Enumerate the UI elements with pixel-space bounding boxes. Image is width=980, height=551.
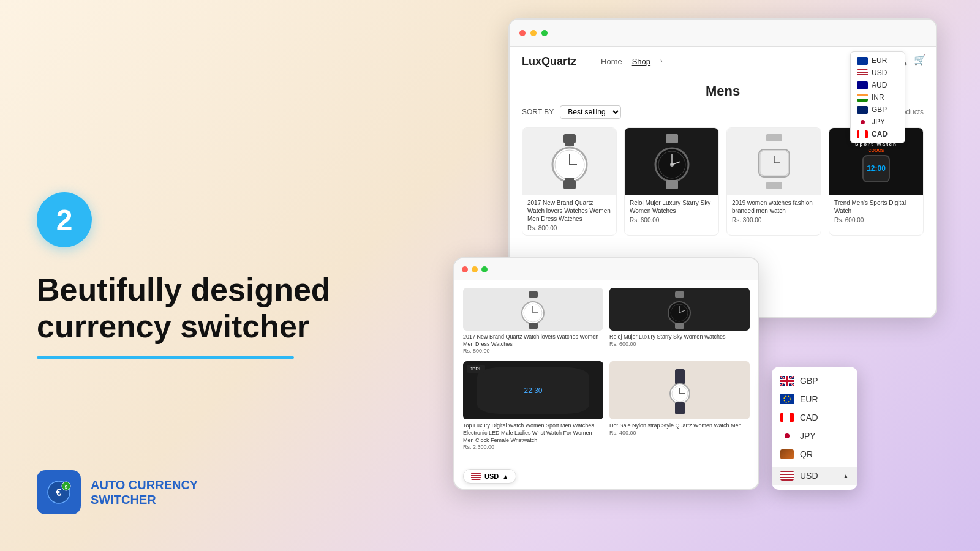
flag-us (857, 69, 868, 77)
heading-underline (37, 356, 294, 359)
step-circle: 2 (37, 192, 92, 247)
product-img-2 (625, 128, 718, 195)
nav-shop[interactable]: Shop (632, 57, 650, 66)
svg-rect-42 (675, 402, 685, 414)
popup-qr-label: QR (800, 449, 813, 459)
sec-product-3[interactable]: JBRL 22:30 Top Luxury Digital Watch Wome… (463, 361, 603, 450)
sec-product-name-3: Top Luxury Digital Watch Women Sport Men… (463, 422, 603, 444)
sec-product-price-1: Rs. 800.00 (463, 348, 603, 354)
bottom-logo: € $ AUTO CURRENCY SWITCHER (37, 470, 198, 514)
popup-currency-jpy[interactable]: JPY (772, 427, 858, 445)
sec-nav-dot-close (462, 266, 468, 272)
svg-text:€: € (56, 487, 62, 498)
secondary-top-products: 2017 New Brand Quartz Watch lovers Watch… (463, 288, 750, 354)
svg-rect-10 (565, 141, 574, 146)
products-grid: 2017 New Brand Quartz Watch lovers Watch… (522, 127, 924, 236)
product-img-3 (727, 128, 821, 195)
product-name-4: Trend Men's Sports Digital Watch (834, 199, 918, 215)
sec-product-img-4 (609, 361, 750, 419)
secondary-bottom-products: JBRL 22:30 Top Luxury Digital Watch Wome… (463, 361, 750, 450)
sec-product-1[interactable]: 2017 New Brand Quartz Watch lovers Watch… (463, 288, 603, 354)
product-img-1 (522, 128, 616, 195)
brand-name: AUTO CURRENCY SWITCHER (91, 478, 198, 507)
currency-switcher-logo-svg: € $ (45, 479, 72, 506)
product-price-3: Rs. 300.00 (732, 217, 816, 223)
popup-currency-gbp[interactable]: GBP (772, 372, 858, 390)
flag-us-bar (471, 473, 481, 480)
shop-nav: Home Shop › (601, 57, 663, 66)
currency-usd[interactable]: USD (851, 67, 905, 79)
strap-watch-svg (662, 366, 698, 415)
svg-rect-31 (675, 291, 684, 298)
product-info-3: 2019 women watches fashion branded men w… (727, 195, 821, 227)
popup-cad-label: CAD (800, 413, 818, 422)
currency-bar-code: USD (484, 473, 499, 480)
nav-home[interactable]: Home (601, 57, 622, 66)
sec-product-4[interactable]: Hot Sale Nylon strap Style Quartz Women … (609, 361, 750, 450)
nav-dot-maximize (541, 30, 548, 36)
currency-switcher-popup[interactable]: GBP EUR CAD JPY QR USD ▲ (772, 367, 858, 490)
sec-product-2[interactable]: Reloj Mujer Luxury Starry Sky Women Watc… (609, 288, 750, 354)
popup-flag-gb (780, 376, 794, 386)
product-card-3[interactable]: 2019 women watches fashion branded men w… (726, 127, 821, 236)
sec-product-img-3: JBRL 22:30 (463, 361, 603, 419)
sort-select[interactable]: Best selling (560, 105, 621, 119)
currency-jpy[interactable]: JPY (851, 116, 905, 128)
currency-inr[interactable]: INR (851, 91, 905, 103)
svg-rect-48 (780, 394, 794, 404)
currency-cad[interactable]: CAD (851, 128, 905, 140)
flag-ca (857, 130, 868, 138)
product-name-2: Reloj Mujer Luxury Starry Sky Women Watc… (630, 199, 714, 215)
currency-bar[interactable]: USD ▲ (463, 469, 516, 484)
nav-chevron: › (660, 57, 663, 66)
currency-gbp[interactable]: GBP (851, 103, 905, 116)
popup-usd-active-icon: ▲ (843, 473, 849, 479)
popup-currency-usd[interactable]: USD ▲ (772, 467, 858, 485)
currency-eur[interactable]: EUR (851, 54, 905, 67)
product-name-1: 2017 New Brand Quartz Watch lovers Watch… (527, 199, 611, 223)
heading-line2: currency switcher (37, 309, 309, 344)
product-name-3: 2019 women watches fashion branded men w… (732, 199, 816, 215)
product-price-1: Rs. 800.00 (527, 225, 611, 231)
cart-icon[interactable]: 🛒 (914, 54, 926, 66)
svg-rect-12 (666, 134, 678, 143)
watch-svg-3 (747, 131, 802, 192)
popup-flag-eur (780, 394, 794, 404)
browser-chrome (510, 20, 936, 47)
popup-flag-jp2 (780, 431, 794, 441)
flag-eu (857, 57, 868, 65)
smart-watch-display: 22:30 (477, 367, 589, 414)
sec-product-name-2: Reloj Mujer Luxury Starry Sky Women Watc… (609, 334, 750, 341)
logo-icon: € $ (37, 470, 81, 514)
svg-rect-47 (780, 380, 794, 382)
sec-nav-dot-maximize (481, 266, 488, 272)
sec-product-price-2: Rs. 600.00 (609, 341, 750, 347)
shop-header: LuxQuartz Home Shop › EUR USD AUD INR (510, 47, 936, 77)
currency-dropdown[interactable]: EUR USD AUD INR GBP JPY (850, 51, 905, 143)
svg-rect-19 (766, 134, 782, 141)
product-info-4: Trend Men's Sports Digital Watch Rs. 600… (829, 195, 923, 227)
sec-watch-svg-1 (516, 290, 550, 329)
svg-rect-37 (675, 369, 685, 384)
product-card-2[interactable]: Reloj Mujer Luxury Starry Sky Women Watc… (624, 127, 719, 236)
popup-flag-qr (780, 449, 794, 459)
product-price-2: Rs. 600.00 (630, 217, 714, 223)
sec-product-price-4: Rs. 400.00 (609, 430, 750, 436)
heading-line1: Beutifully designed (37, 272, 331, 307)
product-card-1[interactable]: 2017 New Brand Quartz Watch lovers Watch… (522, 127, 617, 236)
secondary-browser-chrome (454, 258, 758, 280)
product-card-4[interactable]: Sport Watch COOOS 12:00 Trend Men's Spor… (829, 127, 924, 236)
nav-dot-minimize (530, 30, 537, 36)
sec-product-img-1 (463, 288, 603, 331)
sec-product-name-1: 2017 New Brand Quartz Watch lovers Watch… (463, 334, 603, 348)
svg-rect-25 (529, 291, 538, 298)
currency-aud[interactable]: AUD (851, 79, 905, 91)
sort-label: SORT BY (522, 108, 554, 116)
popup-currency-cad[interactable]: CAD (772, 408, 858, 427)
popup-currency-qr[interactable]: QR (772, 445, 858, 463)
svg-rect-18 (666, 180, 678, 189)
popup-flag-us (780, 471, 794, 481)
popup-currency-eur[interactable]: EUR (772, 390, 858, 408)
currency-bar-chevron: ▲ (502, 473, 508, 480)
svg-rect-11 (565, 178, 574, 182)
